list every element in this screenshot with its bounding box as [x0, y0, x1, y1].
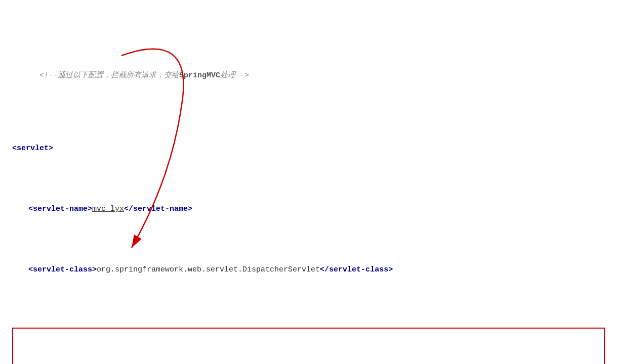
value-servlet-name: mvc_lyx: [92, 203, 124, 215]
value-servlet-class: org.springframework.web.servlet.Dispatch…: [97, 264, 320, 276]
line-comment-1: <!--通过以下配置，拦截所有请求，交给SpringMVC处理-->: [12, 58, 605, 94]
tag-servlet-name-close: </servlet-name>: [124, 203, 192, 215]
line-servlet-open: <servlet>: [12, 143, 605, 155]
comment-text-1: <!--通过以下配置，拦截所有请求，交给SpringMVC处理-->: [12, 58, 249, 94]
code-block: <!--通过以下配置，拦截所有请求，交给SpringMVC处理--> <serv…: [12, 9, 605, 364]
line-servlet-class: <servlet-class>org.springframework.web.s…: [12, 264, 605, 276]
arrows-overlay: [0, 0, 617, 364]
line-servlet-name: <servlet-name>mvc_lyx</servlet-name>: [12, 203, 605, 215]
tag-servlet-open: <servlet>: [12, 143, 53, 155]
tag-servlet-class-open: <servlet-class>: [28, 264, 97, 276]
tag-servlet-name-open: <servlet-name>: [28, 203, 92, 215]
init-param-box: <!--指定springMvc配置文件的路径，如果要省略，必须包配置文件放到默认…: [12, 328, 605, 364]
tag-servlet-class-close: </servlet-class>: [320, 264, 393, 276]
